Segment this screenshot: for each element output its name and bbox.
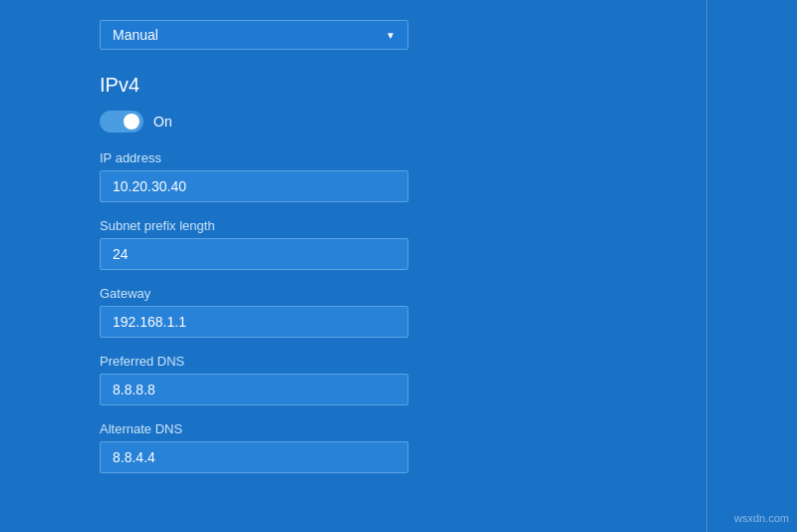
alternate-dns-label: Alternate DNS [100, 421, 697, 436]
chevron-down-icon: ▼ [386, 30, 396, 41]
subnet-prefix-input[interactable] [100, 238, 408, 270]
subnet-prefix-label: Subnet prefix length [100, 218, 697, 233]
preferred-dns-group: Preferred DNS [100, 354, 697, 405]
ipv4-section: IPv4 On IP address Subnet prefix length … [100, 74, 697, 473]
preferred-dns-label: Preferred DNS [100, 354, 697, 369]
dropdown-container: Manual ▼ [100, 20, 697, 50]
dropdown-label: Manual [113, 27, 158, 43]
gateway-group: Gateway [100, 286, 697, 338]
manual-dropdown[interactable]: Manual ▼ [100, 20, 408, 50]
gateway-label: Gateway [100, 286, 697, 301]
toggle-label: On [153, 114, 172, 130]
toggle-knob [124, 114, 139, 130]
toggle-row: On [100, 111, 697, 133]
subnet-prefix-group: Subnet prefix length [100, 218, 697, 270]
main-container: Manual ▼ IPv4 On IP address Subnet prefi… [0, 0, 797, 532]
gateway-input[interactable] [100, 306, 408, 338]
ip-address-group: IP address [100, 150, 697, 202]
ipv4-toggle[interactable] [100, 111, 143, 133]
alternate-dns-group: Alternate DNS [100, 421, 697, 473]
vertical-divider [706, 0, 707, 532]
alternate-dns-input[interactable] [100, 441, 408, 473]
ip-address-label: IP address [100, 150, 697, 165]
ip-address-input[interactable] [100, 170, 408, 202]
preferred-dns-input[interactable] [100, 374, 408, 405]
watermark: wsxdn.com [734, 512, 789, 524]
section-title: IPv4 [100, 74, 697, 97]
